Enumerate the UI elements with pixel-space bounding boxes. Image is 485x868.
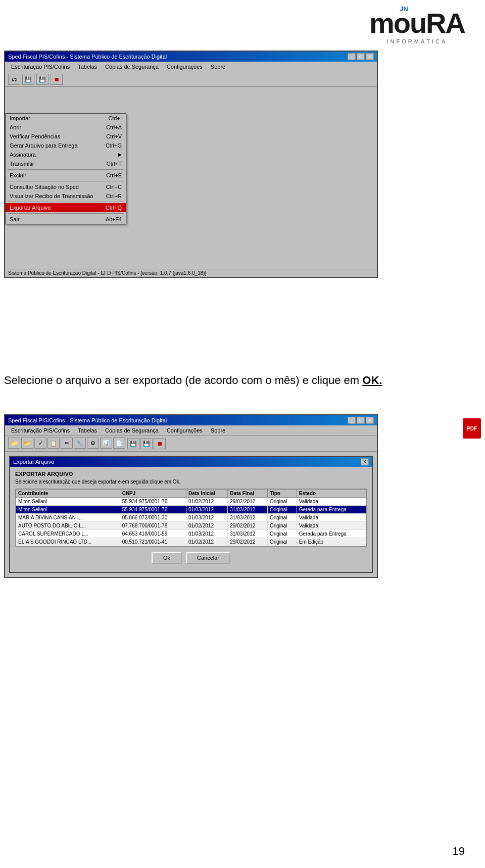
logo-area: JN mouRA INFORMÁTICA (369, 9, 465, 44)
menu-item-consultar[interactable]: Consultar Situação no Sped Ctrl+C (6, 182, 126, 191)
table-row[interactable]: MARIA DIVINA CANSIAN -...05.866.072/0001… (16, 514, 366, 522)
toolbar: 🗂 💾 💾 ⏹ (5, 72, 377, 87)
second-close-button[interactable]: X (366, 417, 374, 424)
second-window-title: Sped Fiscal PIS/Cofins - Sistema Público… (8, 417, 167, 423)
menu-item-abrir[interactable]: Abrir Ctrl+A (6, 123, 126, 132)
dialog-box: Exportar Arquivo X EXPORTAR ARQUIVO Sele… (9, 456, 373, 573)
second-menu-configuracoes[interactable]: Configurações (163, 426, 207, 435)
dropdown-menu: Importar Ctrl+I Abrir Ctrl+A Verificar P… (5, 113, 126, 224)
menu-item-visualizar[interactable]: Visualizar Recibo de Transmissão Ctrl+R (6, 191, 126, 201)
second-menu-copias[interactable]: Cópias de Segurança (101, 426, 163, 435)
ok-button[interactable]: Ok (152, 552, 182, 564)
instruction-text: Selecione o arquivo a ser exportado (de … (4, 374, 382, 387)
minimize-button[interactable]: _ (348, 53, 356, 60)
dialog-buttons: Ok Cancelar (15, 552, 367, 568)
window-titlebar: Sped Fiscal PIS/Cofins - Sistema Público… (5, 52, 377, 62)
dialog-subtitle: Selecione a escrituração que deseja expo… (15, 479, 367, 485)
dialog-section-title: EXPORTAR ARQUIVO (15, 471, 367, 477)
second-toolbar-btn-7[interactable]: ⚙ (87, 438, 99, 449)
second-toolbar-btn-3[interactable]: ✓ (34, 438, 46, 449)
second-toolbar-btn-4[interactable]: 📋 (47, 438, 60, 449)
second-maximize-button[interactable]: □ (357, 417, 365, 424)
window-title: Sped Fiscal PIS/Cofins - Sistema Público… (8, 54, 167, 60)
second-menu-tabelas[interactable]: Tabelas (74, 426, 101, 435)
second-toolbar: 📁 📂 ✓ 📋 ✏ 🔧 ⚙ 📊 📄 💾 💾 ⏹ (5, 436, 377, 452)
main-window: Sped Fiscal PIS/Cofins - Sistema Público… (4, 51, 378, 278)
logo-informatica: INFORMÁTICA (369, 38, 465, 44)
toolbar-btn-4[interactable]: ⏹ (51, 74, 63, 85)
dialog-title: Exportar Arquivo (13, 459, 54, 465)
second-toolbar-btn-8[interactable]: 📊 (100, 438, 112, 449)
divider-3 (8, 202, 124, 202)
menu-item-verificar[interactable]: Verificar Pendências Ctrl+V (6, 132, 126, 141)
menubar: Escrituração PIS/Cofins Tabelas Cópias d… (5, 62, 377, 72)
table-row[interactable]: Miton Sellani55.934.975/0001-7601/02/201… (16, 498, 366, 506)
col-estado: Estado (297, 490, 366, 498)
dialog-table-wrapper: Contribuinte CNPJ Data Inicial Data Fina… (15, 489, 367, 547)
second-menu-escrituracao[interactable]: Escrituração PIS/Cofins (7, 426, 74, 435)
second-toolbar-btn-10[interactable]: 💾 (127, 438, 139, 449)
dialog-content: EXPORTAR ARQUIVO Selecione a escrituraçã… (10, 467, 372, 572)
second-minimize-button[interactable]: _ (348, 417, 356, 424)
menu-item-sair[interactable]: Sair Alt+F4 (6, 215, 126, 224)
dialog-close-button[interactable]: X (361, 458, 369, 465)
toolbar-btn-1[interactable]: 🗂 (8, 74, 20, 85)
second-toolbar-btn-5[interactable]: ✏ (61, 438, 73, 449)
col-data-inicial: Data Inicial (186, 490, 227, 498)
second-toolbar-btn-11[interactable]: 💾 (140, 438, 153, 449)
col-cnpj: CNPJ (120, 490, 186, 498)
col-data-final: Data Final (228, 490, 268, 498)
menu-escrituracao[interactable]: Escrituração PIS/Cofins (7, 63, 74, 71)
divider-4 (8, 213, 124, 214)
status-bar: Sistema Público de Escrituração Digital … (5, 269, 377, 277)
menu-copias[interactable]: Cópias de Segurança (101, 63, 163, 71)
table-row[interactable]: Miton Sellani55.934.975/0001-7601/03/201… (16, 506, 366, 514)
menu-item-importar[interactable]: Importar Ctrl+I (6, 114, 126, 123)
second-window: Sped Fiscal PIS/Cofins - Sistema Público… (4, 414, 378, 578)
close-button[interactable]: X (366, 53, 374, 60)
menu-item-transmitir[interactable]: Transmitir Ctrl+T (6, 159, 126, 168)
second-menubar: Escrituração PIS/Cofins Tabelas Cópias d… (5, 425, 377, 436)
second-window-titlebar: Sped Fiscal PIS/Cofins - Sistema Público… (5, 415, 377, 425)
dialog-table: Contribuinte CNPJ Data Inicial Data Fina… (16, 489, 366, 546)
menu-sobre[interactable]: Sobre (207, 63, 229, 71)
window-controls[interactable]: _ □ X (348, 53, 374, 60)
divider-2 (8, 181, 124, 181)
second-toolbar-btn-2[interactable]: 📂 (21, 438, 33, 449)
table-row[interactable]: AUTO POSTO DO ABILIO L...07.768.700/0001… (16, 522, 366, 530)
menu-item-assinatura[interactable]: Assinatura ▶ (6, 150, 126, 159)
toolbar-btn-3[interactable]: 💾 (36, 74, 48, 85)
second-window-controls[interactable]: _ □ X (348, 417, 374, 424)
table-row[interactable]: CAROL SUPERMERCADO L...04.653.418/0001-5… (16, 530, 366, 538)
menu-item-gerar[interactable]: Gerar Arquivo para Entrega Ctrl+G (6, 141, 126, 150)
cancelar-button[interactable]: Cancelar (186, 552, 230, 564)
second-toolbar-btn-stop[interactable]: ⏹ (154, 438, 166, 449)
logo-jn: JN (400, 5, 408, 13)
col-tipo: Tipo (267, 490, 297, 498)
menu-item-excluir[interactable]: Excluir Ctrl+E (6, 171, 126, 180)
toolbar-btn-2[interactable]: 💾 (22, 74, 34, 85)
maximize-button[interactable]: □ (357, 53, 365, 60)
menu-configuracoes[interactable]: Configurações (163, 63, 207, 71)
dialog-titlebar: Exportar Arquivo X (10, 457, 372, 467)
table-row[interactable]: ELIA S GOODOI RINCAO LTD...00.510.721/00… (16, 538, 366, 546)
divider-1 (8, 169, 124, 170)
menu-tabelas[interactable]: Tabelas (74, 63, 101, 71)
second-toolbar-btn-9[interactable]: 📄 (113, 438, 125, 449)
second-toolbar-btn-6[interactable]: 🔧 (74, 438, 86, 449)
second-toolbar-btn-1[interactable]: 📁 (8, 438, 20, 449)
second-menu-sobre[interactable]: Sobre (207, 426, 229, 435)
pdf-icon: PDF (463, 418, 481, 439)
col-contribuinte: Contribuinte (16, 490, 120, 498)
logo-main: mouRA (369, 9, 465, 37)
main-content-area (126, 87, 377, 269)
ok-text: OK. (362, 374, 382, 387)
menu-item-exportar[interactable]: Exportar Arquivo Ctrl+Q (6, 203, 126, 212)
page-number: 19 (453, 845, 465, 858)
